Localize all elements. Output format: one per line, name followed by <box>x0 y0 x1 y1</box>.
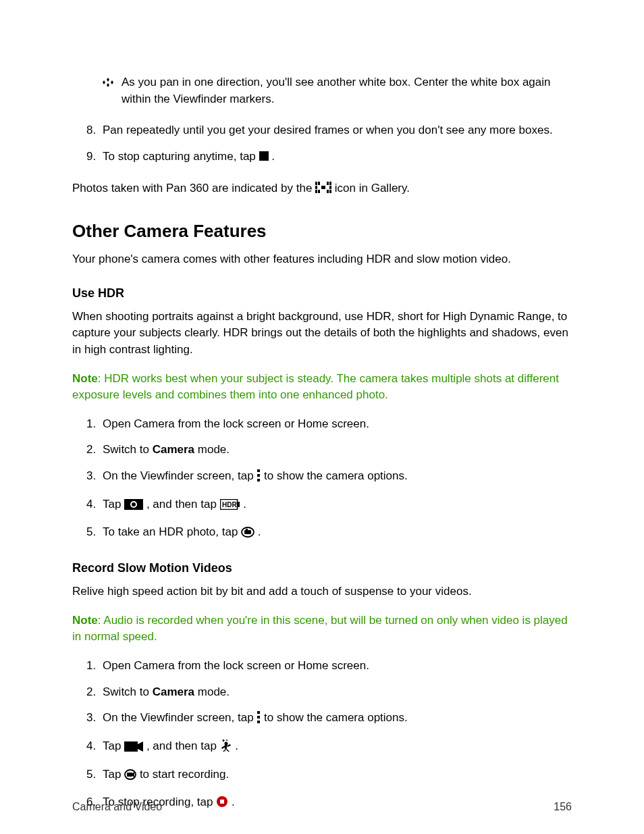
slowmo-note: Note: Audio is recorded when you're in t… <box>72 613 572 646</box>
svg-rect-6 <box>329 182 331 185</box>
svg-rect-32 <box>127 773 132 777</box>
svg-rect-10 <box>321 186 325 189</box>
svg-rect-22 <box>246 529 248 530</box>
record-start-icon <box>124 768 136 785</box>
slowmo-steps: Open Camera from the lock screen or Home… <box>72 658 572 813</box>
slowmo-desc: Relive high speed action bit by bit and … <box>72 583 572 600</box>
tip-text: As you pan in one direction, you'll see … <box>122 74 572 107</box>
hdr-steps: Open Camera from the lock screen or Home… <box>72 416 572 543</box>
list-item: Switch to Camera mode. <box>99 684 572 701</box>
svg-rect-4 <box>315 186 317 189</box>
svg-rect-0 <box>315 182 317 185</box>
tip-bullet-icon <box>103 76 113 85</box>
svg-rect-26 <box>124 741 138 752</box>
tip-block: As you pan in one direction, you'll see … <box>103 74 572 107</box>
footer-section: Camera and Video <box>72 799 162 814</box>
svg-point-16 <box>132 502 136 506</box>
menu-dots-icon <box>257 711 261 729</box>
svg-rect-11 <box>257 469 260 472</box>
list-item: Open Camera from the lock screen or Home… <box>99 658 572 675</box>
svg-rect-21 <box>244 530 251 534</box>
list-item: To take an HDR photo, tap . <box>99 524 572 543</box>
pan360-icon <box>315 182 331 199</box>
svg-rect-19 <box>238 502 240 507</box>
svg-rect-3 <box>318 190 320 193</box>
menu-dots-icon <box>257 469 261 487</box>
footer-page-number: 156 <box>554 799 572 814</box>
list-item: Switch to Camera mode. <box>99 442 572 459</box>
stop-icon <box>259 151 269 161</box>
intro-text: Your phone's camera comes with other fea… <box>72 251 572 268</box>
hdr-note: Note: HDR works best when your subject i… <box>72 371 572 404</box>
svg-rect-12 <box>257 474 260 477</box>
svg-point-28 <box>226 739 227 741</box>
list-item: Tap , and then tap HDR . <box>99 496 572 515</box>
camera-shutter-icon <box>241 525 254 543</box>
list-item: On the Viewfinder screen, tap to show th… <box>99 468 572 487</box>
auto-mode-icon <box>124 498 143 515</box>
svg-rect-5 <box>327 182 329 185</box>
slow-motion-icon <box>220 739 232 757</box>
svg-rect-1 <box>318 182 320 185</box>
svg-rect-7 <box>327 190 329 193</box>
svg-text:HDR: HDR <box>222 501 237 509</box>
list-item: Tap to start recording. <box>99 766 572 785</box>
use-hdr-heading: Use HDR <box>72 284 572 302</box>
svg-point-27 <box>222 739 224 741</box>
page-footer: Camera and Video 156 <box>72 799 572 814</box>
slow-motion-heading: Record Slow Motion Videos <box>72 559 572 577</box>
gallery-indicator-note: Photos taken with Pan 360 are indicated … <box>72 180 572 199</box>
svg-rect-13 <box>257 479 260 481</box>
svg-rect-25 <box>257 721 260 723</box>
other-camera-features-heading: Other Camera Features <box>72 219 572 244</box>
svg-rect-24 <box>257 716 260 719</box>
svg-rect-9 <box>329 186 331 189</box>
list-item: Open Camera from the lock screen or Home… <box>99 416 572 433</box>
list-item: Pan repeatedly until you get your desire… <box>99 122 572 139</box>
list-item: On the Viewfinder screen, tap to show th… <box>99 710 572 729</box>
list-item: Tap , and then tap <box>99 738 572 757</box>
svg-rect-8 <box>329 190 331 193</box>
hdr-desc: When shooting portraits against a bright… <box>72 309 572 359</box>
pan-steps-continued: Pan repeatedly until you get your desire… <box>72 122 572 165</box>
video-mode-icon <box>124 740 143 757</box>
svg-rect-2 <box>315 190 317 193</box>
svg-rect-23 <box>257 711 260 714</box>
svg-point-29 <box>224 741 227 745</box>
list-item: To stop capturing anytime, tap . <box>99 149 572 165</box>
hdr-icon: HDR <box>220 498 240 515</box>
